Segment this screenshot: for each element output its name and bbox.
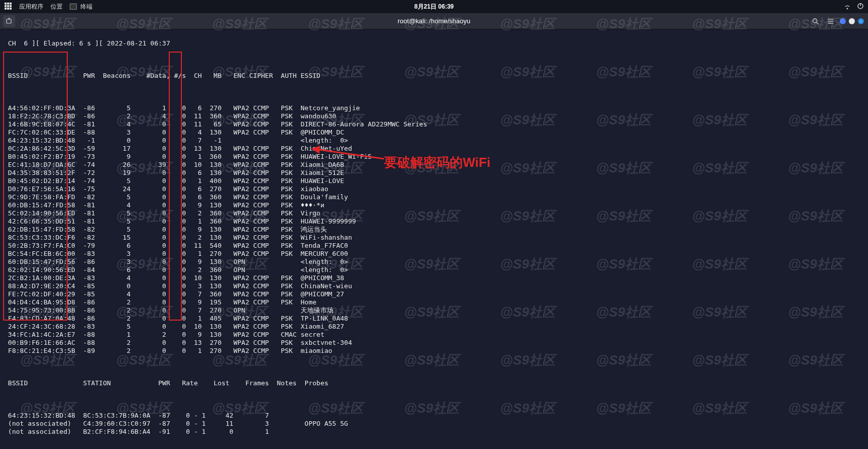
ap-row: A4:56:02:FF:0D:3A -86 5 1 0 6 270 WPA2 C… xyxy=(4,104,864,112)
network-icon[interactable] xyxy=(844,3,851,11)
station-table: 64:23:15:32:BD:48 8C:53:C3:7B:9A:0A -87 … xyxy=(4,412,864,436)
ap-row: 24:CF:24:3C:68:28 -83 5 0 0 10 130 WPA2 … xyxy=(4,323,864,331)
ap-row: F8:8C:21:E4:C3:5B -89 2 0 0 1 270 WPA2 C… xyxy=(4,347,864,355)
ap-row: 00:B9:F6:1E:66:AC -88 2 0 0 13 270 WPA2 … xyxy=(4,339,864,347)
menu-applications[interactable]: 应用程序 xyxy=(19,3,43,11)
gnome-topbar: 应用程序 位置 终端 8月21日 06:39 xyxy=(0,0,868,13)
workspace-dot-3[interactable] xyxy=(858,18,864,24)
menu-places[interactable]: 位置 xyxy=(51,3,63,11)
search-button[interactable] xyxy=(809,15,822,27)
ap-row: 14:6B:9C:E8:07:4C -81 4 0 0 11 65 WPA2 C… xyxy=(4,120,864,128)
window-title: root@kali: /home/shaoyu xyxy=(398,17,470,25)
ap-row: 04:D4:C4:BA:95:D8 -86 2 0 0 9 195 WPA2 C… xyxy=(4,298,864,306)
svg-rect-2 xyxy=(10,3,12,5)
ap-row: 18:F2:2C:78:C3:BD -86 2 4 0 11 360 WPA2 … xyxy=(4,112,864,120)
svg-rect-8 xyxy=(10,8,12,10)
ap-row: 60:DB:15:47:FD:56 -86 3 0 0 9 130 OPN <l… xyxy=(4,258,864,266)
clock[interactable]: 8月21日 06:39 xyxy=(414,3,454,11)
menu-terminal[interactable]: 终端 xyxy=(70,3,92,11)
ap-row: D0:76:E7:56:5A:16 -75 24 0 0 6 270 WPA2 … xyxy=(4,185,864,193)
power-icon[interactable] xyxy=(857,3,864,11)
ap-row: EC:41:18:D7:DA:6C -74 26 39 0 10 130 WPA… xyxy=(4,161,864,169)
new-tab-button[interactable] xyxy=(3,15,15,27)
svg-rect-5 xyxy=(10,5,12,7)
ap-row: BC:54:FC:EB:6C:00 -83 3 0 0 1 270 WPA2 C… xyxy=(4,250,864,258)
ap-row: F4:83:CD:A7:0A:48 -86 2 0 0 1 405 WPA2 C… xyxy=(4,315,864,323)
workspace-dot-2[interactable] xyxy=(849,18,855,24)
svg-rect-12 xyxy=(7,19,11,23)
ap-table: A4:56:02:FF:0D:3A -86 5 1 0 6 270 WPA2 C… xyxy=(4,104,864,355)
hamburger-menu-button[interactable] xyxy=(825,15,837,27)
station-row: (not associated) B2:CF:F8:94:6B:A4 -91 0… xyxy=(4,428,864,436)
ap-row: 64:23:15:32:BD:48 -1 0 0 0 7 -1 <length:… xyxy=(4,137,864,145)
ap-row: 5C:02:14:90:56:ED -81 5 0 0 2 360 WPA2 C… xyxy=(4,209,864,217)
ap-row: 60:DB:15:47:FD:58 -81 4 0 0 9 130 WPA2 C… xyxy=(4,201,864,209)
station-row: (not associated) C4:39:60:C3:C0:97 -87 0… xyxy=(4,420,864,428)
station-table-header: BSSID STATION PWR Rate Lost Frames Notes… xyxy=(4,379,864,387)
ap-row: 50:2B:73:F7:FA:C0 -79 6 0 0 11 540 WPA2 … xyxy=(4,242,864,250)
ap-row: 8C:53:C3:33:DC:F6 -82 15 0 0 2 130 WPA2 … xyxy=(4,234,864,242)
ap-row: D4:35:38:83:51:2F -72 19 0 0 6 130 WPA2 … xyxy=(4,169,864,177)
svg-point-9 xyxy=(847,8,848,9)
terminal-icon xyxy=(70,4,77,10)
activities-icon[interactable] xyxy=(4,2,12,12)
terminal-titlebar: root@kali: /home/shaoyu xyxy=(0,13,868,29)
ap-row: 34:FC:A1:4C:2A:E7 -88 1 2 0 9 130 WPA2 C… xyxy=(4,331,864,339)
ap-row: 62:02:14:90:56:ED -84 6 0 0 2 360 OPN <l… xyxy=(4,266,864,274)
ap-row: 0C:2A:86:42:5C:3D -59 17 0 0 13 130 WPA2… xyxy=(4,145,864,153)
svg-point-13 xyxy=(813,19,817,23)
airodump-header: CH 6 ][ Elapsed: 6 s ][ 2022-08-21 06:37 xyxy=(4,39,864,48)
svg-rect-1 xyxy=(7,3,9,5)
ap-row: 9C:9D:7E:58:FA:FD -82 5 0 0 6 360 WPA2 C… xyxy=(4,193,864,201)
svg-rect-3 xyxy=(5,5,7,7)
svg-rect-7 xyxy=(7,8,9,10)
ap-row: FE:7C:02:DF:40:29 -85 4 0 0 7 360 WPA2 C… xyxy=(4,290,864,298)
ap-row: 54:75:95:73:00:8B -86 2 0 0 7 270 OPN 天地… xyxy=(4,306,864,315)
terminal-output[interactable]: CH 6 ][ Elapsed: 6 s ][ 2022-08-21 06:37… xyxy=(0,29,868,449)
svg-rect-6 xyxy=(5,8,7,10)
ap-row: B0:45:02:F2:B7:19 -73 9 0 0 1 360 WPA2 C… xyxy=(4,153,864,161)
svg-rect-11 xyxy=(860,3,860,6)
ap-row: 2C:B2:1A:00:DE:3A -83 4 0 0 10 130 WPA2 … xyxy=(4,274,864,282)
svg-rect-4 xyxy=(7,5,9,7)
ap-row: FC:7C:02:0C:33:DE -88 3 0 0 4 130 WPA2 C… xyxy=(4,128,864,137)
station-row: 64:23:15:32:BD:48 8C:53:C3:7B:9A:0A -87 … xyxy=(4,412,864,420)
ap-row: 42:C6:66:35:DD:51 -81 5 0 0 1 360 WPA2 C… xyxy=(4,217,864,226)
ap-row: B0:45:02:D2:B7:14 -74 5 0 0 1 400 WPA2 C… xyxy=(4,177,864,185)
ap-row: 88:A2:D7:9E:20:C4 -85 0 0 0 3 130 WPA2 C… xyxy=(4,282,864,290)
svg-rect-0 xyxy=(5,3,7,5)
ap-table-header: BSSID PWR Beacons #Data, #/s CH MB ENC C… xyxy=(4,72,864,80)
workspace-dot-1[interactable] xyxy=(840,18,846,24)
ap-row: 62:DB:15:47:FD:58 -82 5 0 0 9 130 WPA2 C… xyxy=(4,226,864,234)
